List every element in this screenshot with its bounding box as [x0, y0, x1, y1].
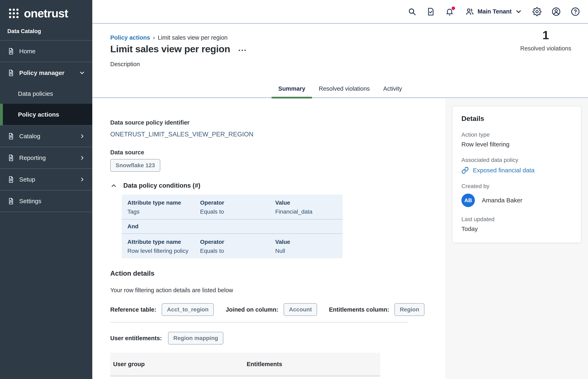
identifier-label: Data source policy identifier [110, 119, 433, 126]
tab-resolved-violations[interactable]: Resolved violations [312, 85, 376, 97]
document-check-icon[interactable] [427, 7, 435, 16]
joined-on-column-chip: Account [284, 303, 317, 316]
conditions-title: Data policy conditions (#) [123, 182, 200, 189]
sidebar-item-data-policies[interactable]: Data policies [0, 84, 92, 104]
tenant-switcher[interactable]: Main Tenant [465, 7, 522, 16]
stat-label: Resolved violations [512, 45, 579, 52]
chevron-right-icon [79, 176, 85, 183]
condition-col-value: Value [275, 200, 339, 206]
more-actions-button[interactable] [239, 47, 246, 51]
logo: onetrust [0, 0, 92, 20]
condition-col-attribute: Attribute type name [127, 200, 200, 206]
created-by-row: AB Amanda Baker [461, 194, 572, 207]
sidebar-item-label: Setup [19, 176, 35, 183]
document-icon [7, 133, 15, 140]
action-details-fields: Reference table: Acct_to_region Joined o… [110, 303, 433, 316]
reference-table-label: Reference table: [110, 306, 156, 313]
sidebar-item-home[interactable]: Home [0, 40, 92, 62]
section-divider [110, 322, 408, 322]
breadcrumb-current: Limit sales view per region [158, 34, 228, 41]
data-source-label: Data source [110, 149, 433, 156]
sidebar: onetrust Data Catalog Home Policy manage… [0, 0, 92, 379]
avatar: AB [461, 194, 475, 207]
summary-section: Data source policy identifier ONETRUST_L… [110, 99, 433, 376]
document-icon [7, 47, 15, 55]
condition-col-value: Value [275, 239, 339, 245]
stat-value: 1 [512, 28, 579, 42]
chevron-down-icon [79, 70, 85, 76]
chevron-right-icon [79, 133, 85, 139]
sidebar-item-label: Policy actions [18, 111, 59, 118]
settings-gear-icon[interactable] [532, 7, 542, 16]
action-type-value: Row level filtering [461, 141, 572, 148]
condition-operator-value: Equals to [200, 208, 275, 215]
entitlements-column-label: Entitlements column: [329, 306, 389, 313]
document-icon [7, 154, 15, 161]
tab-activity[interactable]: Activity [376, 85, 409, 97]
document-icon [7, 176, 15, 183]
resolved-violations-stat: 1 Resolved violations [512, 28, 579, 52]
document-icon [7, 197, 15, 205]
chevron-down-icon [515, 8, 522, 15]
condition-row: Attribute type name Tags Operator Equals… [122, 195, 343, 219]
sidebar-item-policy-manager[interactable]: Policy manager [0, 62, 92, 84]
joined-on-column-label: Joined on column: [226, 306, 278, 313]
action-details-description: Your row filtering action details are li… [110, 286, 433, 294]
sidebar-item-reporting[interactable]: Reporting [0, 147, 92, 169]
conditions-conjunction: And [122, 220, 343, 233]
created-by-label: Created by [461, 183, 572, 190]
help-icon[interactable] [571, 7, 580, 16]
sidebar-item-label: Reporting [19, 154, 46, 161]
breadcrumb-separator: › [153, 34, 155, 41]
associated-policy-link-text: Exposed financial data [473, 167, 535, 174]
tabbar: Summary Resolved violations Activity [92, 80, 588, 98]
sidebar-item-catalog[interactable]: Catalog [0, 125, 92, 147]
condition-col-attribute: Attribute type name [127, 239, 200, 245]
notifications-bell-icon[interactable] [445, 7, 454, 16]
tenant-label: Main Tenant [478, 8, 512, 15]
details-title: Details [461, 114, 572, 123]
link-chain-icon [461, 167, 469, 174]
condition-attribute-value: Row level filtering policy [127, 248, 200, 254]
sidebar-item-label: Policy manager [19, 69, 64, 76]
condition-value: Null [275, 248, 339, 254]
column-header-entitlements: Entitlements [247, 361, 380, 368]
document-icon [7, 69, 15, 77]
associated-policy-label: Associated data policy [461, 157, 572, 163]
sidebar-item-policy-actions[interactable]: Policy actions [0, 104, 92, 125]
sidebar-item-label: Catalog [19, 133, 40, 140]
sidebar-item-label: Data policies [18, 90, 53, 97]
sidebar-item-settings[interactable]: Settings [0, 190, 92, 212]
reference-table-chip: Acct_to_region [162, 303, 214, 316]
app-name: Data Catalog [0, 20, 92, 40]
condition-value: Financial_data [275, 208, 339, 215]
account-icon[interactable] [552, 7, 561, 16]
associated-policy-link[interactable]: Exposed financial data [461, 167, 572, 174]
condition-row: Attribute type name Row level filtering … [122, 234, 343, 258]
chevron-right-icon [79, 155, 85, 161]
collapse-chevron-up-icon[interactable] [110, 182, 117, 189]
breadcrumb-policy-actions-link[interactable]: Policy actions [110, 34, 150, 41]
page-title: Limit sales view per region [110, 43, 230, 55]
condition-attribute-value: Tags [127, 208, 200, 215]
topbar: Main Tenant [92, 0, 588, 24]
user-entitlements-label: User entitlements: [110, 335, 162, 342]
user-entitlements-field: User entitlements: Region mapping [110, 332, 433, 345]
logo-wordmark: onetrust [24, 7, 68, 20]
condition-col-operator: Operator [200, 239, 275, 245]
entitlements-table-header: User group Entitlements [110, 353, 380, 376]
created-by-name: Amanda Baker [482, 197, 522, 204]
identifier-value: ONETRUST_LIMIT_SALES_VIEW_PER_REGION [110, 130, 433, 138]
search-icon[interactable] [408, 7, 416, 16]
breadcrumb: Policy actions › Limit sales view per re… [110, 34, 227, 41]
column-header-user-group: User group [113, 361, 247, 368]
conditions-panel: Attribute type name Tags Operator Equals… [122, 195, 343, 258]
data-source-chip: Snowflake 123 [110, 159, 160, 172]
details-card: Details Action type Row level filtering … [452, 106, 581, 243]
condition-col-operator: Operator [200, 200, 275, 206]
tab-summary[interactable]: Summary [272, 85, 312, 97]
onetrust-data-catalog-app: { "brand": { "logo_text": "onetrust", "a… [0, 0, 588, 379]
onetrust-grid-logo-icon [9, 9, 19, 18]
sidebar-item-label: Home [19, 48, 35, 55]
sidebar-item-setup[interactable]: Setup [0, 169, 92, 190]
